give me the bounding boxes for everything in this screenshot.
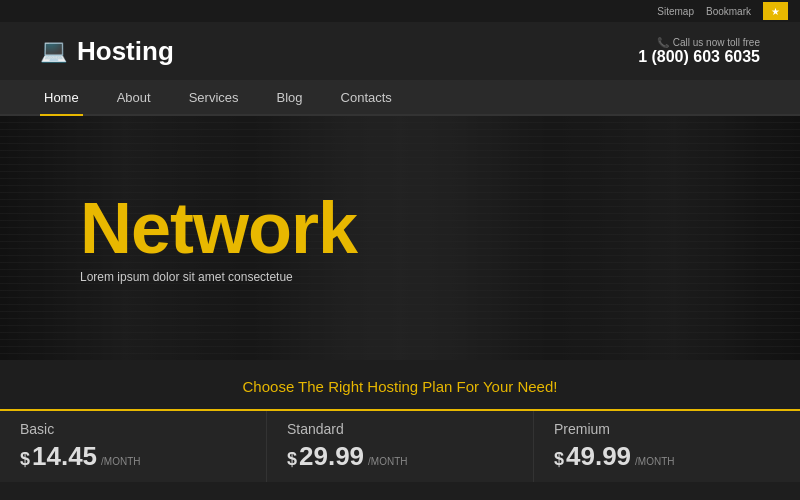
phone-number: 1 (800) 603 6035 [638, 48, 760, 66]
header: 💻 Hosting 📞 Call us now toll free 1 (800… [0, 22, 800, 80]
headline-highlight: Hosting Plan [367, 378, 452, 395]
navigation: Home About Services Blog Contacts [0, 80, 800, 116]
plan-period-standard: /MONTH [368, 456, 407, 467]
sitemap-link[interactable]: Sitemap [657, 6, 694, 17]
bookmark-button[interactable]: ★ [763, 2, 788, 20]
nav-item-contacts[interactable]: Contacts [337, 82, 396, 113]
plan-period-premium: /MONTH [635, 456, 674, 467]
phone-icon: 📞 [657, 37, 669, 48]
pricing-cards: Basic $ 14.45 /MONTH Standard $ 29.99 /M… [0, 409, 800, 482]
call-label: 📞 Call us now toll free [638, 37, 760, 48]
pricing-section: Choose The Right Hosting Plan For Your N… [0, 360, 800, 500]
pricing-card-basic[interactable]: Basic $ 14.45 /MONTH [0, 411, 267, 482]
nav-item-about[interactable]: About [113, 82, 155, 113]
plan-amount-basic: 14.45 [32, 441, 97, 472]
plan-price-premium: $ 49.99 /MONTH [554, 441, 800, 472]
pricing-card-standard[interactable]: Standard $ 29.99 /MONTH [267, 411, 534, 482]
plan-dollar-basic: $ [20, 449, 30, 470]
hero-title: Network [80, 192, 357, 264]
plan-amount-standard: 29.99 [299, 441, 364, 472]
hero-section: Network Lorem ipsum dolor sit amet conse… [0, 116, 800, 360]
nav-item-home[interactable]: Home [40, 82, 83, 113]
headline-suffix: For Your Need! [452, 378, 557, 395]
nav-item-services[interactable]: Services [185, 82, 243, 113]
logo: 💻 Hosting [40, 36, 174, 67]
plan-name-premium: Premium [554, 421, 800, 437]
hero-content: Network Lorem ipsum dolor sit amet conse… [0, 192, 357, 284]
plan-dollar-standard: $ [287, 449, 297, 470]
plan-amount-premium: 49.99 [566, 441, 631, 472]
plan-dollar-premium: $ [554, 449, 564, 470]
hero-subtitle: Lorem ipsum dolor sit amet consectetue [80, 270, 357, 284]
plan-price-basic: $ 14.45 /MONTH [20, 441, 266, 472]
top-bar: Sitemap Bookmark ★ [0, 0, 800, 22]
pricing-card-premium[interactable]: Premium $ 49.99 /MONTH [534, 411, 800, 482]
headline-prefix: Choose The Right [243, 378, 368, 395]
site-title: Hosting [77, 36, 174, 67]
contact-info: 📞 Call us now toll free 1 (800) 603 6035 [638, 37, 760, 66]
bookmark-link[interactable]: Bookmark [706, 6, 751, 17]
pricing-headline: Choose The Right Hosting Plan For Your N… [243, 378, 558, 395]
plan-price-standard: $ 29.99 /MONTH [287, 441, 533, 472]
plan-period-basic: /MONTH [101, 456, 140, 467]
plan-name-basic: Basic [20, 421, 266, 437]
plan-name-standard: Standard [287, 421, 533, 437]
nav-item-blog[interactable]: Blog [273, 82, 307, 113]
laptop-icon: 💻 [40, 38, 67, 64]
